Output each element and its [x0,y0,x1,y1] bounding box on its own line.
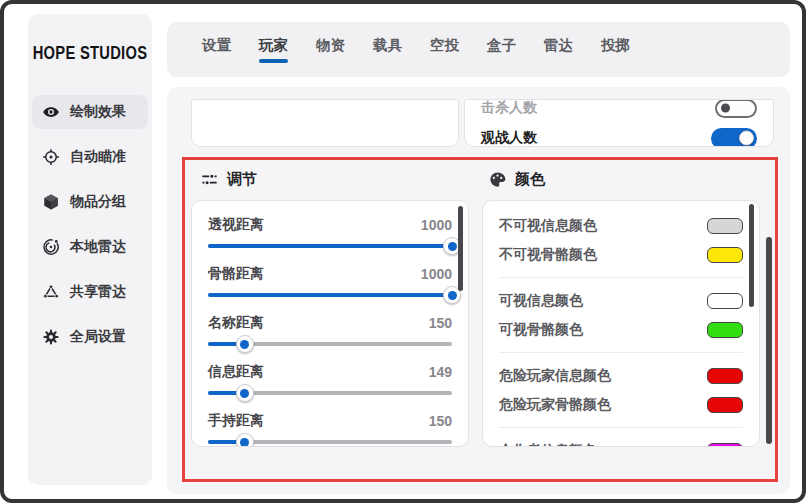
slider-track[interactable] [208,342,452,346]
slider-knob[interactable] [236,335,254,353]
toggle-switch-off[interactable] [715,99,757,118]
color-card: 不可视信息颜色 不可视骨骼颜色 可视信息颜色 可视骨骼颜色 危险玩家信息颜色 [482,200,760,447]
tab-underline [373,59,402,63]
crosshair-icon [42,148,60,166]
slider-track[interactable] [208,440,452,444]
slider-knob[interactable] [236,384,254,402]
sidebar-item-shared-radar[interactable]: 共享雷达 [32,275,148,309]
sliders-icon [200,170,219,189]
app-logo: HOPE STUDIOS [29,42,151,63]
tab-underline [430,59,459,63]
color-swatch[interactable] [707,218,743,234]
tab-label: 载具 [373,36,402,54]
tab-underline [487,59,516,63]
slider-knob[interactable] [236,433,254,447]
slider-knob-dot [240,438,249,447]
slider-knob-dot [240,389,249,398]
color-row-teammate-info: 合作者信息颜色 [499,436,743,447]
slider-knob-dot [448,242,457,251]
tab-crate[interactable]: 盒子 [487,36,516,63]
color-label: 危险玩家骨骼颜色 [499,396,611,414]
color-swatch[interactable] [707,443,743,448]
slider-row-name-distance: 名称距离150 [208,313,452,362]
tab-label: 盒子 [487,36,516,54]
color-label: 不可视骨骼颜色 [499,246,597,264]
toggle-knob [721,104,730,113]
divider [499,427,743,428]
color-row-invisible-info: 不可视信息颜色 [499,211,743,240]
share-icon [42,283,60,301]
tab-label: 空投 [430,36,459,54]
tab-underline [544,59,573,63]
sidebar-item-label: 自动瞄准 [70,148,126,166]
toggle-knob [739,131,754,146]
color-swatch[interactable] [707,397,743,413]
tab-underline [259,59,288,63]
color-panel-header: 颜色 [488,167,545,191]
color-label: 可视骨骼颜色 [499,321,583,339]
slider-row-info-distance: 信息距离149 [208,362,452,411]
scrolled-card-left [191,99,459,147]
color-swatch[interactable] [707,293,743,309]
sidebar-item-local-radar[interactable]: 本地雷达 [32,230,148,264]
tab-label: 雷达 [544,36,573,54]
app-window: HOPE STUDIOS 绘制效果 自动瞄准 物品分组 [0,0,806,503]
slider-row-held-distance: 手持距离150 [208,411,452,447]
sidebar-item-label: 共享雷达 [70,283,126,301]
slider-track[interactable] [208,391,452,395]
sidebar-item-label: 绘制效果 [70,103,126,121]
slider-track[interactable] [208,293,452,297]
player-count-card: 击杀人数 观战人数 [464,99,774,147]
color-label: 合作者信息颜色 [499,442,597,448]
tab-throwable[interactable]: 投掷 [601,36,630,63]
tab-loot[interactable]: 物资 [316,36,345,63]
toggle-label: 观战人数 [481,129,537,147]
adjust-panel-header: 调节 [200,167,257,191]
tab-label: 物资 [316,36,345,54]
tab-airdrop[interactable]: 空投 [430,36,459,63]
divider [499,352,743,353]
tab-underline [316,59,345,63]
adjust-card-scrollbar[interactable] [458,206,463,291]
slider-label: 骨骼距离 [208,265,264,283]
sidebar-item-label: 物品分组 [70,193,126,211]
sidebar-item-draw-effects[interactable]: 绘制效果 [32,95,148,129]
color-swatch[interactable] [707,247,743,263]
sidebar-item-auto-aim[interactable]: 自动瞄准 [32,140,148,174]
gear-icon [42,328,60,346]
color-swatch[interactable] [707,322,743,338]
color-label: 可视信息颜色 [499,292,583,310]
radar-icon [42,238,60,256]
color-label: 危险玩家信息颜色 [499,367,611,385]
sidebar: HOPE STUDIOS 绘制效果 自动瞄准 物品分组 [28,14,152,485]
sidebar-item-item-groups[interactable]: 物品分组 [32,185,148,219]
tab-label: 设置 [202,36,231,54]
tab-underline [601,59,630,63]
sidebar-item-label: 全局设置 [70,328,126,346]
tab-bar: 设置 玩家 物资 载具 空投 盒子 雷达 投掷 [167,22,790,77]
tab-vehicle[interactable]: 载具 [373,36,402,63]
eye-icon [42,103,60,121]
slider-label: 信息距离 [208,363,264,381]
color-swatch[interactable] [707,368,743,384]
toggle-switch-on[interactable] [711,128,757,148]
color-row-visible-skeleton: 可视骨骼颜色 [499,315,743,344]
sidebar-menu: 绘制效果 自动瞄准 物品分组 本地雷达 [28,95,152,354]
sidebar-item-label: 本地雷达 [70,238,126,256]
toggle-row-spectator-count: 观战人数 [481,123,757,147]
slider-track[interactable] [208,244,452,248]
color-card-scrollbar[interactable] [749,204,754,307]
sidebar-item-global-settings[interactable]: 全局设置 [32,320,148,354]
page-scrollbar[interactable] [766,237,772,444]
tab-settings[interactable]: 设置 [202,36,231,63]
slider-row-perspective-distance: 透视距离1000 [208,215,452,264]
slider-value: 1000 [421,217,452,233]
palette-icon [488,170,507,189]
slider-label: 手持距离 [208,412,264,430]
tab-radar[interactable]: 雷达 [544,36,573,63]
slider-row-skeleton-distance: 骨骼距离1000 [208,264,452,313]
slider-label: 透视距离 [208,216,264,234]
slider-label: 名称距离 [208,314,264,332]
tab-player[interactable]: 玩家 [259,36,288,63]
slider-value: 149 [429,364,452,380]
